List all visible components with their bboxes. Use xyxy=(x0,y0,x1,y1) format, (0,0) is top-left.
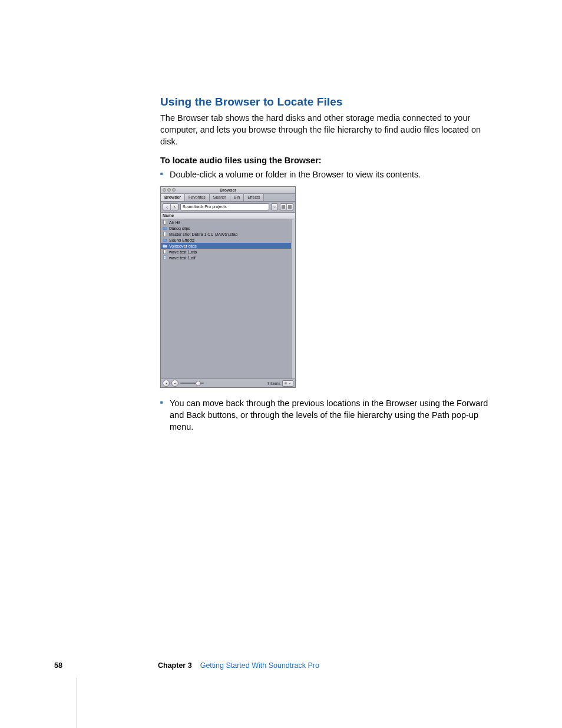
list-item[interactable]: Voiceover clips xyxy=(161,243,295,249)
chevron-right-icon xyxy=(173,206,176,209)
tab-browser[interactable]: Browser xyxy=(161,194,185,201)
list-item[interactable]: Air Hit xyxy=(161,219,295,225)
folder-icon xyxy=(163,243,167,248)
svg-rect-2 xyxy=(164,250,166,253)
content-column: Using the Browser to Locate Files The Br… xyxy=(160,95,496,439)
columns-icon xyxy=(287,204,293,210)
file-label: Dialog clips xyxy=(169,226,190,230)
speaker-icon xyxy=(174,382,177,385)
volume-slider[interactable] xyxy=(180,383,204,384)
file-list: Air Hit Dialog clips Master shot Debra 1… xyxy=(161,219,295,378)
file-icon xyxy=(163,249,167,254)
column-header-name[interactable]: Name xyxy=(161,213,295,219)
procedure-heading: To locate audio files using the Browser: xyxy=(160,156,496,165)
path-bar: Soundtrack Pro projects xyxy=(161,202,295,213)
panel-title: Browser xyxy=(220,188,236,192)
list-item[interactable]: wave test 1.aif xyxy=(161,255,295,261)
close-icon[interactable] xyxy=(163,188,166,192)
item-count: 7 items xyxy=(267,381,280,386)
list-icon xyxy=(280,204,286,210)
file-label: Master shot Debra 1 CU (JAWS).stap xyxy=(169,232,237,236)
file-label: Air Hit xyxy=(169,220,180,225)
tab-effects[interactable]: Effects xyxy=(244,194,264,201)
file-label: Sound Effects xyxy=(169,238,194,242)
preview-play-button[interactable] xyxy=(163,380,170,387)
step-list-2: You can move back through the previous l… xyxy=(160,397,496,433)
svg-rect-3 xyxy=(164,256,166,259)
browser-panel: Browser Browser Favorites Search Bin Eff… xyxy=(160,186,296,388)
page-number: 58 xyxy=(54,661,158,670)
updown-icon xyxy=(273,205,276,209)
view-list-button[interactable] xyxy=(280,204,287,210)
tab-favorites[interactable]: Favorites xyxy=(185,194,210,201)
tab-bin[interactable]: Bin xyxy=(230,194,244,201)
svg-rect-1 xyxy=(164,232,166,236)
step-item: You can move back through the previous l… xyxy=(160,397,496,433)
list-item[interactable]: Master shot Debra 1 CU (JAWS).stap xyxy=(161,231,295,237)
chevron-down-icon xyxy=(288,381,292,385)
volume-thumb[interactable] xyxy=(196,381,201,386)
list-item[interactable]: wave test 1.afp xyxy=(161,249,295,255)
step-list-1: Double-click a volume or folder in the B… xyxy=(160,169,496,180)
view-mode-buttons xyxy=(280,203,293,210)
zoom-icon[interactable] xyxy=(172,188,176,192)
list-item[interactable]: Sound Effects xyxy=(161,237,295,243)
folder-icon xyxy=(163,238,167,242)
back-button[interactable] xyxy=(163,204,171,210)
svg-rect-0 xyxy=(164,220,166,224)
folder-icon xyxy=(163,226,167,230)
section-heading: Using the Browser to Locate Files xyxy=(160,95,496,108)
path-history-button[interactable] xyxy=(271,203,278,210)
panel-titlebar: Browser xyxy=(161,187,295,194)
svg-point-4 xyxy=(285,383,286,384)
document-page: Using the Browser to Locate Files The Br… xyxy=(0,0,562,728)
audio-file-icon xyxy=(163,255,167,260)
step-item: Double-click a volume or folder in the B… xyxy=(160,169,496,180)
file-label: Voiceover clips xyxy=(169,244,197,248)
page-footer: 58 Chapter 3 Getting Started With Soundt… xyxy=(54,661,502,670)
list-item[interactable]: Dialog clips xyxy=(161,225,295,231)
view-column-button[interactable] xyxy=(287,204,293,210)
path-popup[interactable]: Soundtrack Pro projects xyxy=(180,203,269,210)
chevron-left-icon xyxy=(166,206,168,209)
scrollbar[interactable] xyxy=(291,219,295,378)
path-right-group xyxy=(280,203,293,210)
minimize-icon[interactable] xyxy=(167,188,171,192)
tab-search[interactable]: Search xyxy=(210,194,230,201)
nav-buttons xyxy=(163,203,178,210)
file-label: wave test 1.aif xyxy=(169,256,196,260)
file-label: wave test 1.afp xyxy=(169,250,197,254)
window-controls[interactable] xyxy=(163,188,176,192)
panel-footer: 7 items xyxy=(161,378,295,387)
intro-paragraph: The Browser tab shows the hard disks and… xyxy=(160,112,496,147)
forward-button[interactable] xyxy=(171,204,178,210)
panel-tabs: Browser Favorites Search Bin Effects xyxy=(161,194,295,202)
preview-loop-button[interactable] xyxy=(171,380,178,387)
media-action-menu[interactable] xyxy=(282,380,293,387)
play-icon xyxy=(165,382,168,385)
chapter-label: Chapter 3 xyxy=(158,661,192,670)
file-icon xyxy=(163,220,167,225)
file-icon xyxy=(163,232,167,236)
vertical-rule xyxy=(77,678,77,728)
chapter-title: Getting Started With Soundtrack Pro xyxy=(200,661,319,670)
gear-icon xyxy=(284,381,287,385)
tab-spacer xyxy=(264,194,295,201)
